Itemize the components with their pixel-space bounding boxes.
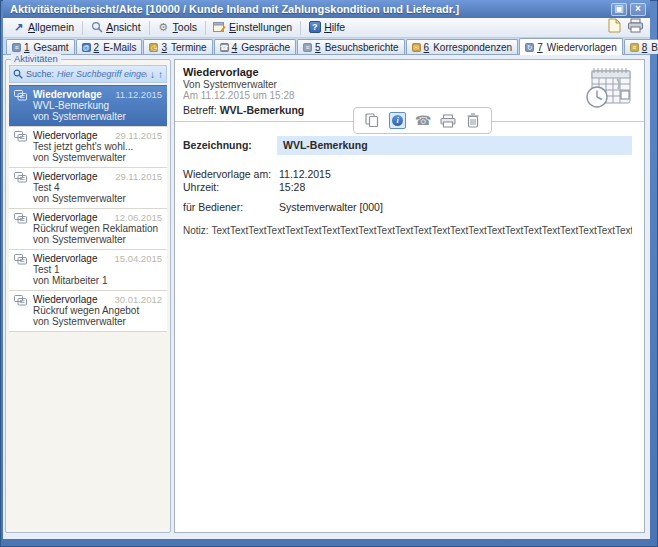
list-item[interactable]: Wiedervorlage WVL-Bemerkung von Systemve… <box>9 85 167 126</box>
field-bezeichnung: Bezeichnung: WVL-Bemerkung <box>183 139 632 158</box>
mail-folder-tab-icon: ✉ <box>412 43 421 52</box>
menu-separator <box>205 21 206 35</box>
menu-label: Hilfe <box>324 21 345 33</box>
menu-label: Allgemein <box>28 21 74 33</box>
detail-title: Wiedervorlage <box>183 66 259 78</box>
search-input[interactable]: Suche: Hier Suchbegriff eingeben ... ↓ ↑ <box>9 65 167 83</box>
arrow-down-icon: ↓ <box>150 69 155 80</box>
restore-button[interactable]: ▣ <box>611 3 627 16</box>
field-label: für Bediener: <box>183 201 243 213</box>
tab-label: Korrespondenzen <box>433 42 512 53</box>
overview-tab-icon: ≡ <box>12 43 21 52</box>
detail-subject: Betreff:WVL-Bemerkung <box>183 104 304 116</box>
calendar-clock-icon <box>584 65 634 113</box>
detail-panel: Wiedervorlage Von Systemverwalter Am 11.… <box>174 59 645 533</box>
field-value: WVL-Bemerkung <box>283 139 368 151</box>
list-item[interactable]: Wiedervorlage Test 1 von Mitarbeiter 1 1… <box>9 249 167 290</box>
field-label: Wiedervorlage am: <box>183 168 271 180</box>
note-text: TextTextTextTextTextTextTextTextTextText… <box>212 225 632 236</box>
field-label: Uhrzeit: <box>183 181 219 193</box>
phone-icon[interactable]: ☎ <box>415 113 431 129</box>
close-button[interactable]: × <box>630 3 646 16</box>
detail-from: Von Systemverwalter <box>183 79 277 90</box>
menu-item-tools[interactable]: ⚙ Tools <box>152 19 204 36</box>
activity-note-icon <box>14 131 27 144</box>
activity-note-icon <box>14 295 27 308</box>
search-next-button[interactable]: ↓ <box>150 69 155 80</box>
restore-icon: ▣ <box>614 4 623 14</box>
item-author: von Systemverwalter <box>33 316 163 327</box>
document-tab-icon: ≡ <box>630 43 639 52</box>
tab-accesskey: 6 <box>424 42 430 53</box>
list-item[interactable]: Wiedervorlage Test jetzt geht's wohl... … <box>9 126 167 167</box>
field-value: Systemverwalter [000] <box>279 201 383 213</box>
menu-label: Ansicht <box>106 21 140 33</box>
tab-accesskey: 8 <box>642 42 648 53</box>
list-item[interactable]: Wiedervorlage Rückruf wegen Angebot von … <box>9 290 167 331</box>
tab-emails[interactable]: @ 2E-Mails <box>76 39 143 54</box>
tab-gespraeche[interactable]: ☎ 4Gespräche <box>214 39 296 54</box>
email-tab-icon: @ <box>82 43 91 52</box>
calendar-tab-icon: ◷ <box>149 43 158 52</box>
field-value: 15:28 <box>279 181 305 193</box>
note-label: Notiz: <box>183 225 209 236</box>
tab-belege[interactable]: ≡ 8Belege <box>624 39 658 54</box>
title-bar: Aktivitätenübersicht/Akte [10000 / Kunde… <box>3 0 650 18</box>
print-icon[interactable] <box>440 113 456 129</box>
tab-accesskey: 3 <box>161 42 167 53</box>
item-date: 11.12.2015 <box>115 89 162 100</box>
menu-bar: ↗ Allgemein Ansicht ⚙ Tools Einstellung <box>3 18 650 38</box>
item-date: 29.11.2015 <box>115 130 162 141</box>
item-author: von Systemverwalter <box>33 152 163 163</box>
resubmission-tab-icon: ↻ <box>525 43 534 52</box>
tab-accesskey: 4 <box>232 42 238 53</box>
magnifier-icon <box>90 21 103 34</box>
item-date: 15.04.2015 <box>114 253 162 264</box>
list-item[interactable]: Wiedervorlage Test 4 von Systemverwalter… <box>9 167 167 208</box>
gear-icon: ⚙ <box>157 21 170 34</box>
new-note-icon[interactable] <box>608 18 621 37</box>
menu-item-hilfe[interactable]: ? Hilfe <box>303 19 351 36</box>
subject-value: WVL-Bemerkung <box>220 104 305 116</box>
groupbox-legend: Aktivitäten <box>11 54 61 64</box>
search-label: Suche: <box>26 69 54 79</box>
tab-label: Wiedervorlagen <box>547 42 617 53</box>
tab-label: Belege <box>651 42 658 53</box>
menu-item-allgemein[interactable]: ↗ Allgemein <box>7 19 80 36</box>
subject-label: Betreff: <box>183 104 217 116</box>
report-tab-icon: ≡ <box>303 43 312 52</box>
activity-note-icon <box>14 254 27 267</box>
tab-label: Gespräche <box>241 42 290 53</box>
tab-accesskey: 2 <box>94 42 100 53</box>
tab-termine[interactable]: ◷ 3Termine <box>143 39 212 54</box>
search-placeholder: Hier Suchbegriff eingeben ... <box>57 69 147 79</box>
list-item[interactable]: Wiedervorlage Rückruf wegen Reklamation … <box>9 208 167 249</box>
tab-gesamt[interactable]: ≡ 1Gesamt <box>6 39 75 54</box>
tab-besuchsberichte[interactable]: ≡ 5Besuchsberichte <box>297 39 405 54</box>
item-subject: Rückruf wegen Angebot <box>33 305 163 316</box>
tab-wiedervorlagen[interactable]: ↻ 7Wiedervorlagen <box>519 38 623 55</box>
tab-label: Termine <box>171 42 207 53</box>
info-icon[interactable]: i <box>389 112 406 129</box>
activity-note-icon <box>14 90 27 103</box>
window-edit-icon <box>213 21 226 34</box>
menu-item-einstellungen[interactable]: Einstellungen <box>208 19 298 36</box>
item-subject: Rückruf wegen Reklamation <box>33 223 163 234</box>
menu-item-ansicht[interactable]: Ansicht <box>85 19 146 36</box>
print-icon[interactable] <box>627 18 644 37</box>
detail-datetime: Am 11.12.2015 um 15:28 <box>183 90 295 101</box>
delete-icon[interactable] <box>465 113 481 129</box>
item-author: von Systemverwalter <box>33 234 163 245</box>
help-icon: ? <box>308 21 321 34</box>
item-date: 30.01.2012 <box>114 294 162 305</box>
tab-accesskey: 1 <box>24 42 30 53</box>
item-author: von Mitarbeiter 1 <box>33 275 163 286</box>
tab-label: E-Mails <box>103 42 136 53</box>
tab-korrespondenzen[interactable]: ✉ 6Korrespondenzen <box>406 39 519 54</box>
menu-label: Einstellungen <box>229 21 292 33</box>
item-author: von Systemverwalter <box>33 193 163 204</box>
window-frame: Aktivitätenübersicht/Akte [10000 / Kunde… <box>0 0 658 547</box>
search-prev-button[interactable]: ↑ <box>158 69 163 80</box>
arrow-up-icon: ↑ <box>158 69 163 80</box>
copy-icon[interactable] <box>364 113 380 129</box>
